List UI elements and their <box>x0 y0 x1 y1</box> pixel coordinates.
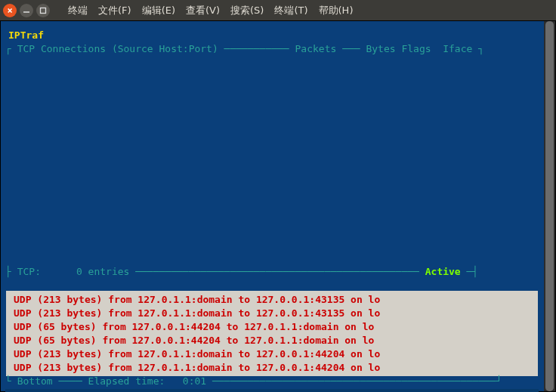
menubar: 终端 文件(F) 编辑(E) 查看(V) 搜索(S) 终端(T) 帮助(H) <box>53 4 553 17</box>
tcp-summary-line: ├ TCP: 0 entries ───────────────────────… <box>5 265 478 279</box>
close-icon[interactable]: × <box>3 4 17 17</box>
udp-row: UDP (213 bytes) from 127.0.1.1:domain to… <box>14 361 530 375</box>
minimize-icon[interactable] <box>20 4 33 17</box>
menu-file[interactable]: 文件(F) <box>98 4 131 17</box>
menu-edit[interactable]: 编辑(E) <box>142 4 175 17</box>
menu-search[interactable]: 搜索(S) <box>230 4 264 17</box>
svg-rect-1 <box>41 8 46 13</box>
udp-panel: UDP (213 bytes) from 127.0.1.1:domain to… <box>6 291 538 376</box>
app-title: IPTraf <box>8 29 44 42</box>
udp-row: UDP (65 bytes) from 127.0.0.1:44204 to 1… <box>14 334 530 347</box>
menu-terminal[interactable]: 终端(T) <box>274 4 307 17</box>
menu-terminal-app[interactable]: 终端 <box>68 4 88 17</box>
window-titlebar: × 终端 文件(F) 编辑(E) 查看(V) 搜索(S) 终端(T) 帮助(H) <box>0 0 556 20</box>
status-line: Pkts captured (all interfaces): 61 │ No … <box>5 389 539 392</box>
menu-help[interactable]: 帮助(H) <box>319 4 354 17</box>
scrollbar[interactable] <box>544 21 555 391</box>
maximize-icon[interactable] <box>36 4 50 17</box>
udp-row: UDP (65 bytes) from 127.0.0.1:44204 to 1… <box>14 320 530 334</box>
udp-row: UDP (213 bytes) from 127.0.1.1:domain to… <box>14 293 530 307</box>
tcp-header-border: ┌ TCP Connections (Source Host:Port) ───… <box>5 42 484 56</box>
bottom-border-line: └ Bottom ──── Elapsed time: 0:01 ───────… <box>5 375 502 388</box>
udp-row: UDP (213 bytes) from 127.0.1.1:domain to… <box>14 307 530 320</box>
udp-row: UDP (213 bytes) from 127.0.1.1:domain to… <box>14 347 530 361</box>
scrollbar-thumb[interactable] <box>545 21 554 391</box>
terminal-viewport[interactable]: IPTraf ┌ TCP Connections (Source Host:Po… <box>0 20 556 392</box>
menu-view[interactable]: 查看(V) <box>186 4 220 17</box>
